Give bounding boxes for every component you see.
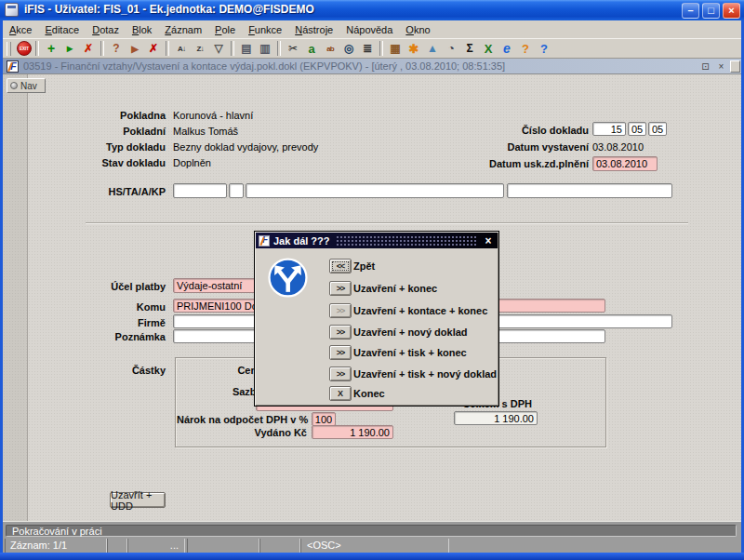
menu-dotaz[interactable]: Dotaz xyxy=(86,22,126,37)
help-agent-icon[interactable]: ? xyxy=(516,40,535,57)
toolbar-separator xyxy=(277,41,281,56)
konec-label: Konec xyxy=(353,388,385,399)
cislo-dokladu-field-3[interactable]: 05 xyxy=(648,122,667,136)
datum-plneni-field[interactable]: 03.08.2010 xyxy=(592,156,658,171)
stav-dokladu-value: Doplněn xyxy=(173,157,211,168)
dialog-drag-pattern xyxy=(336,235,476,246)
print-setup-icon[interactable]: ▥ xyxy=(256,40,274,57)
section-divider xyxy=(86,222,688,224)
app-icon xyxy=(5,3,19,17)
vydano-kc-field[interactable]: 1 190.00 xyxy=(312,425,393,439)
record-indicator: Záznam: 1/1 xyxy=(5,539,107,553)
cislo-dokladu-field-2[interactable]: 05 xyxy=(628,122,646,136)
sum-icon[interactable]: Σ xyxy=(460,40,479,57)
menu-editace[interactable]: Editace xyxy=(38,22,86,37)
minimize-button[interactable]: – xyxy=(682,3,699,19)
menu-okno[interactable]: Okno xyxy=(399,22,436,37)
menu-zaznam[interactable]: Záznam xyxy=(158,22,208,37)
exit-icon[interactable]: EXIT xyxy=(16,40,33,57)
maximize-button[interactable]: □ xyxy=(702,3,720,19)
pokladni-value: Malkus Tomáš xyxy=(173,126,238,137)
print-icon[interactable]: ▤ xyxy=(237,40,256,57)
toolbar-separator xyxy=(100,41,104,56)
zpet-label: Zpět xyxy=(353,260,375,272)
list-icon[interactable]: ≣ xyxy=(358,40,377,57)
stav-dokladu-label: Stav dokladu xyxy=(35,157,166,168)
uzavreni-tisk-novy-doklad-label: Uzavření + tisk + nový doklad xyxy=(353,368,497,380)
settings-star-icon[interactable]: ✱ xyxy=(405,40,423,57)
close-button[interactable]: × xyxy=(723,3,740,19)
jak-dal-dialog: Jak dál ??? × << Zpět >> Uzavření + kone… xyxy=(254,231,499,407)
menu-blok[interactable]: Blok xyxy=(126,22,158,37)
menu-akce[interactable]: Akce xyxy=(3,22,38,37)
uzavreni-novy-doklad-button[interactable]: >> xyxy=(329,325,352,340)
narok-odpocet-label: Nárok na odpočet DPH v % xyxy=(177,414,307,425)
help-icon[interactable]: ? xyxy=(535,40,553,57)
translate-icon[interactable]: ab xyxy=(321,40,339,57)
menubar: Akce Editace Dotaz Blok Záznam Pole Funk… xyxy=(3,20,741,38)
menu-napoveda[interactable]: Nápověda xyxy=(339,22,399,37)
uzavreni-kontace-konec-button[interactable]: >> xyxy=(329,303,352,318)
insert-record-icon[interactable]: + xyxy=(42,40,60,57)
status-cell xyxy=(187,539,259,553)
mdi-restore-button[interactable]: ⊡ xyxy=(698,60,712,73)
kp-field[interactable] xyxy=(507,183,672,198)
poznamka-label: Poznámka xyxy=(35,331,166,342)
uzavreni-konec-button[interactable]: >> xyxy=(329,281,352,296)
menu-nastroje[interactable]: Nástroje xyxy=(288,22,339,37)
menu-pole[interactable]: Pole xyxy=(208,22,242,37)
datum-plneni-label: Datum usk.zd.plnění xyxy=(458,158,589,169)
window-frame-bottom xyxy=(0,553,744,560)
sort-ascending-icon[interactable]: A↓ xyxy=(172,40,191,57)
excel-icon[interactable]: X xyxy=(479,40,498,57)
uzavreni-novy-doklad-label: Uzavření + nový doklad xyxy=(353,327,468,338)
find-icon[interactable]: ◎ xyxy=(339,40,358,57)
akce-field[interactable] xyxy=(246,183,504,198)
dialog-close-icon[interactable]: × xyxy=(482,234,495,247)
uzavreni-konec-label: Uzavření + konec xyxy=(353,283,437,294)
mdi-window-title: 03519 - Finanční vztahy/Vystavení a kont… xyxy=(23,60,505,72)
ta-field[interactable] xyxy=(229,183,244,198)
hs-field[interactable] xyxy=(173,183,227,198)
uzavreni-tisk-novy-doklad-button[interactable]: >> xyxy=(329,367,352,381)
uzavreni-tisk-konec-button[interactable]: >> xyxy=(329,345,352,360)
window-frame-left xyxy=(0,20,3,560)
chart-icon[interactable]: ▲ xyxy=(423,40,442,57)
organization-icon[interactable]: ▦ xyxy=(386,40,405,57)
toolbar-separator xyxy=(166,41,169,56)
enter-query-icon[interactable]: ? xyxy=(107,40,126,57)
duplicate-record-icon[interactable]: ▸ xyxy=(60,40,79,57)
fork-road-icon xyxy=(268,258,308,298)
browser-icon[interactable]: e xyxy=(498,40,516,57)
status-cell xyxy=(107,539,127,553)
toolbar-separator xyxy=(379,41,383,56)
nav-tab[interactable]: Nav xyxy=(7,78,46,93)
narok-odpocet-field[interactable]: 100 xyxy=(312,412,336,426)
cancel-query-icon[interactable]: ✗ xyxy=(144,40,163,57)
zpet-button[interactable]: << xyxy=(329,259,352,273)
uzavrit-udd-button[interactable]: Uzavřít + UDD xyxy=(110,492,166,508)
execute-query-icon[interactable]: ▶ xyxy=(126,40,144,57)
window-titlebar[interactable]: iFIS - Uživatel: FIS_01 - Ek.jednotka: D… xyxy=(0,0,744,20)
clock-icon[interactable]: ◔ xyxy=(442,40,460,57)
mdi-titlebar[interactable]: 03519 - Finanční vztahy/Vystavení a kont… xyxy=(3,59,741,74)
pokladni-label: Pokladní xyxy=(35,126,166,137)
sort-descending-icon[interactable]: Z↓ xyxy=(191,40,209,57)
ifis-logo-icon xyxy=(7,60,19,73)
delete-record-icon[interactable]: ✗ xyxy=(79,40,98,57)
filter-icon[interactable]: ▽ xyxy=(209,40,228,57)
toolbar-grip[interactable] xyxy=(7,42,11,56)
status-cell xyxy=(259,539,300,553)
editor-icon[interactable]: a xyxy=(302,40,321,57)
dialog-title: Jak dál ??? xyxy=(273,235,330,247)
pokladna-value: Korunová - hlavní xyxy=(173,110,253,121)
konec-button[interactable]: X xyxy=(329,386,352,401)
cislo-dokladu-field-1[interactable]: 15 xyxy=(592,122,626,136)
dialog-titlebar[interactable]: Jak dál ??? × xyxy=(256,233,498,248)
menu-funkce[interactable]: Funkce xyxy=(242,22,288,37)
pokladna-label: Pokladna xyxy=(35,110,166,121)
celkem-s-dph-field[interactable]: 1 190.00 xyxy=(454,411,538,425)
cut-icon[interactable]: ✂ xyxy=(284,40,302,57)
toolbar-separator xyxy=(231,41,234,56)
mdi-close-button[interactable]: × xyxy=(714,60,728,73)
